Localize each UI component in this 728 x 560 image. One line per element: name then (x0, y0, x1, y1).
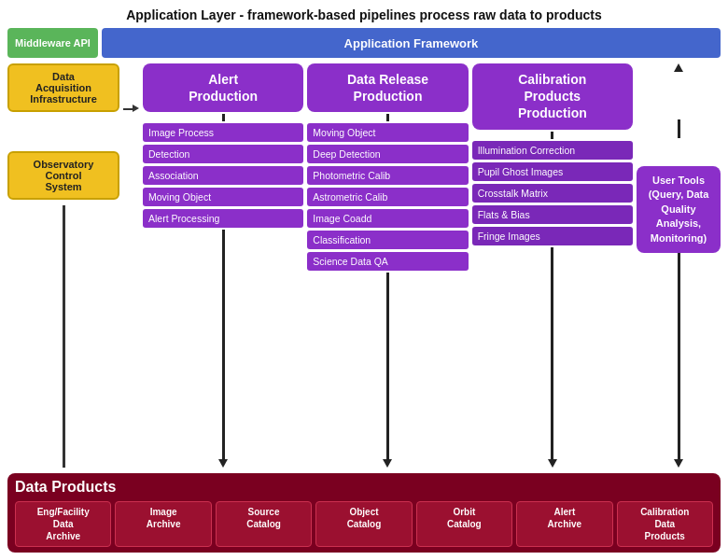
main-area: DataAcquisitionInfrastructure Observator… (7, 63, 721, 468)
alert-item-1: Detection (143, 145, 303, 163)
left-column: DataAcquisitionInfrastructure Observator… (7, 63, 119, 468)
alert-production-items: Image Process Detection Association Movi… (143, 123, 303, 228)
calib-item-0: Illumination Correction (472, 141, 633, 160)
dp-item-0: Eng/FacilityDataArchive (15, 501, 111, 547)
dr-item-2: Photometric Calib (307, 166, 468, 185)
dp-item-1: ImageArchive (115, 501, 211, 547)
data-release-items: Moving Object Deep Detection Photometric… (307, 123, 468, 271)
dp-item-3: ObjectCatalog (315, 501, 412, 547)
calib-item-1: Pupil Ghost Images (472, 162, 633, 181)
data-release-header: Data ReleaseProduction (307, 63, 468, 112)
calib-item-2: Crosstalk Matrix (472, 184, 633, 203)
calib-item-3: Flats & Bias (472, 205, 633, 224)
dr-item-6: Science Data QA (307, 252, 468, 271)
middleware-box: Middleware API (7, 28, 98, 58)
dr-item-3: Astrometric Calib (307, 188, 468, 206)
pipelines-area: AlertProduction Image Process Detection … (143, 63, 633, 468)
middleware-row: Middleware API Application Framework (7, 28, 721, 58)
dr-item-0: Moving Object (307, 123, 468, 142)
dp-item-5: AlertArchive (516, 501, 612, 547)
user-tools-box: User Tools(Query, DataQualityAnalysis,Mo… (637, 166, 721, 253)
calib-item-4: Fringe Images (472, 227, 633, 245)
data-products-section: Data Products Eng/FacilityDataArchive Im… (7, 473, 721, 553)
dai-to-alert-arrow (123, 63, 139, 468)
dr-item-1: Deep Detection (307, 145, 468, 163)
appframework-box: Application Framework (102, 28, 721, 58)
page-title: Application Layer - framework-based pipe… (7, 7, 721, 22)
dr-item-4: Image Coadd (307, 209, 468, 228)
alert-production-column: AlertProduction Image Process Detection … (143, 63, 303, 468)
ocs-box: ObservatoryControlSystem (7, 151, 119, 200)
alert-production-header: AlertProduction (143, 63, 303, 112)
data-products-title: Data Products (15, 479, 713, 496)
calibration-items: Illumination Correction Pupil Ghost Imag… (472, 141, 633, 245)
alert-item-0: Image Process (143, 123, 303, 142)
dr-item-5: Classification (307, 231, 468, 249)
alert-item-3: Moving Object (143, 188, 303, 206)
dai-box: DataAcquisitionInfrastructure (7, 63, 119, 112)
dp-item-6: CalibrationDataProducts (617, 501, 713, 547)
alert-item-2: Association (143, 166, 303, 185)
dp-item-2: SourceCatalog (216, 501, 312, 547)
dp-item-4: OrbitCatalog (416, 501, 512, 547)
data-products-row: Eng/FacilityDataArchive ImageArchive Sou… (15, 501, 713, 547)
data-release-column: Data ReleaseProduction Moving Object Dee… (307, 63, 468, 468)
calibration-column: CalibrationProductsProduction Illuminati… (472, 63, 633, 468)
calibration-header: CalibrationProductsProduction (472, 63, 633, 130)
alert-item-4: Alert Processing (143, 209, 303, 228)
